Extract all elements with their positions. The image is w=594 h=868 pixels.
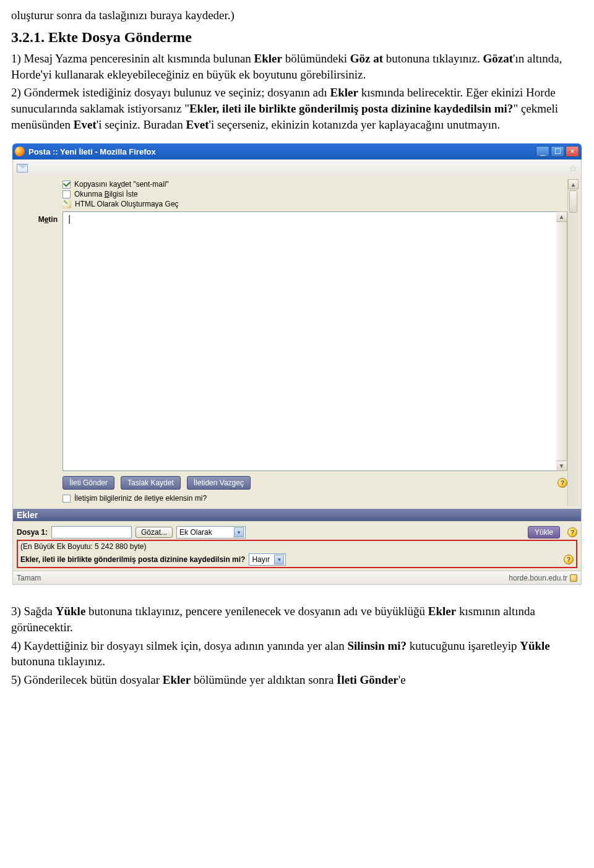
paragraph-1: 1) Mesaj Yazma penceresinin alt kısmında…: [11, 51, 582, 82]
send-button[interactable]: İleti Gönder: [62, 476, 114, 490]
browser-toolbar: ☆: [12, 160, 582, 177]
section-heading: 3.2.1. Ekte Dosya Gönderme: [11, 27, 582, 47]
scroll-up-icon[interactable]: ▲: [556, 212, 567, 222]
compose-buttons-row: İleti Gönder Taslak Kaydet İletiden Vazg…: [62, 471, 567, 493]
save-attachments-select[interactable]: Hayır ▼: [249, 553, 286, 566]
status-left: Tamam: [17, 574, 41, 582]
window-titlebar[interactable]: Posta :: Yeni İleti - Mozilla Firefox _ …: [12, 143, 582, 160]
help-icon[interactable]: ?: [557, 478, 567, 488]
scroll-down-icon[interactable]: ▼: [556, 461, 567, 470]
save-attachment-question-row: Ekler, ileti ile birlikte gönderilmiş po…: [18, 552, 576, 567]
textarea-scrollbar[interactable]: ▲ ▼: [556, 211, 567, 471]
page-scrollbar[interactable]: ▲: [567, 179, 579, 506]
pre-line: oluşturur sonra da taslağınızı buraya ka…: [11, 7, 582, 23]
mail-icon: [17, 164, 28, 172]
metin-label: Metin: [15, 179, 62, 224]
minimize-button[interactable]: _: [536, 146, 549, 157]
paragraph-3: 3) Sağda Yükle butonuna tıklayınız, penc…: [11, 603, 582, 635]
cancel-button[interactable]: İletiden Vazgeç: [187, 476, 251, 490]
checkbox-read-receipt[interactable]: [62, 190, 71, 198]
scroll-thumb[interactable]: [569, 190, 577, 213]
lock-icon: [570, 574, 577, 582]
paragraph-5: 5) Gönderilecek bütün dosyalar Ekler böl…: [11, 672, 582, 688]
chevron-down-icon: ▼: [274, 555, 284, 564]
status-right: horde.boun.edu.tr: [509, 574, 577, 582]
document-bottom-text: 3) Sağda Yükle butonuna tıklayınız, penc…: [0, 591, 594, 692]
message-textarea-wrap: | ▲ ▼: [62, 211, 567, 471]
maximize-button[interactable]: ☐: [551, 146, 564, 157]
save-draft-button[interactable]: Taslak Kaydet: [121, 476, 181, 490]
screenshot-window: Posta :: Yeni İleti - Mozilla Firefox _ …: [12, 143, 582, 585]
browse-button[interactable]: Gözat...: [136, 527, 173, 538]
upload-button[interactable]: Yükle: [528, 526, 560, 538]
save-question-label: Ekler, ileti ile birlikte gönderilmiş po…: [20, 555, 245, 564]
document-top-text: oluşturur sonra da taslağınızı buraya ka…: [0, 0, 594, 137]
checkbox-contact-info[interactable]: [62, 495, 71, 503]
attachments-header: Ekler: [13, 509, 581, 521]
compose-options-row: Metin Kopyasını kaydet "sent-mail" Okunm…: [15, 179, 579, 506]
read-receipt-option[interactable]: Okunma Bilgisi İste: [62, 189, 567, 199]
window-controls: _ ☐ ×: [536, 146, 579, 157]
help-icon[interactable]: ?: [567, 527, 577, 537]
pencil-icon: [62, 200, 71, 208]
message-textarea[interactable]: |: [62, 211, 556, 471]
attachment-row-1: Dosya 1: Gözat... Ek Olarak ▼ Yükle ?: [17, 524, 577, 538]
firefox-icon: [15, 147, 25, 156]
compose-body-col: Kopyasını kaydet "sent-mail" Okunma Bilg…: [62, 179, 567, 506]
paragraph-4: 4) Kaydettiğiniz bir dosyayı silmek için…: [11, 638, 582, 670]
max-size-line: (En Büyük Ek Boyutu: 5 242 880 byte): [18, 541, 576, 552]
help-icon[interactable]: ?: [564, 555, 574, 564]
scroll-up-icon[interactable]: ▲: [568, 179, 579, 189]
window-title: Posta :: Yeni İleti - Mozilla Firefox: [28, 147, 536, 156]
html-mode-option[interactable]: HTML Olarak Oluşturmaya Geç: [62, 199, 567, 209]
attachments-section: Dosya 1: Gözat... Ek Olarak ▼ Yükle ? (E…: [15, 521, 579, 571]
browser-statusbar: Tamam horde.boun.edu.tr: [12, 571, 582, 585]
file-label: Dosya 1:: [17, 528, 48, 537]
checkbox-save-copy[interactable]: [62, 181, 71, 189]
disposition-select[interactable]: Ek Olarak ▼: [176, 526, 246, 538]
paragraph-2: 2) Göndermek istediğiniz dosyayı bulunuz…: [11, 85, 582, 132]
save-copy-option[interactable]: Kopyasını kaydet "sent-mail": [62, 179, 567, 189]
bookmark-star-icon[interactable]: ☆: [569, 163, 577, 174]
chevron-down-icon: ▼: [234, 527, 244, 537]
close-button[interactable]: ×: [566, 146, 579, 157]
file-path-input[interactable]: [51, 526, 132, 538]
highlighted-attachments-box: (En Büyük Ek Boyutu: 5 242 880 byte) Ekl…: [17, 540, 577, 568]
contact-info-option[interactable]: İletişim bilgileriniz de iletiye eklensi…: [62, 493, 567, 506]
compose-body: Metin Kopyasını kaydet "sent-mail" Okunm…: [12, 177, 582, 571]
